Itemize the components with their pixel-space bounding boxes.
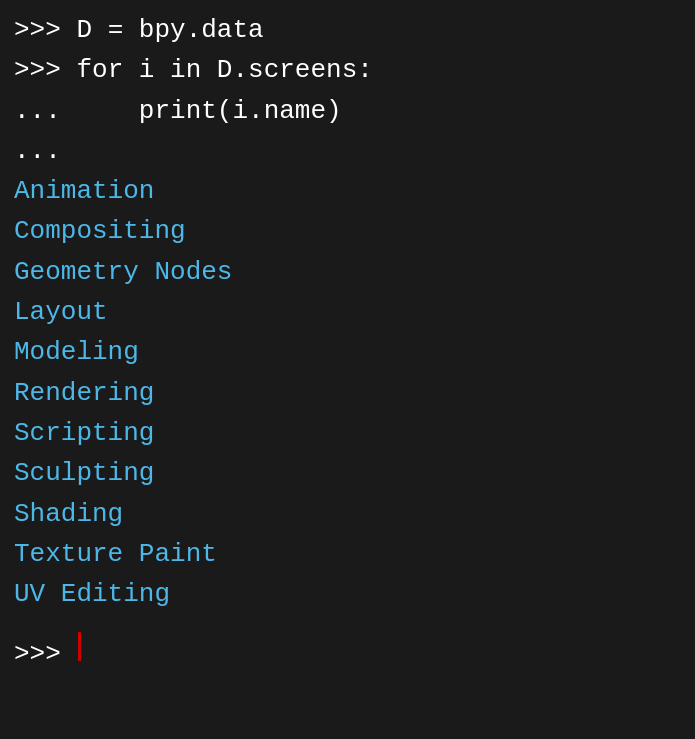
prompt-2: >>> [14, 50, 76, 90]
code-line-1: >>> D = bpy.data [14, 10, 681, 50]
output-line-texture-paint: Texture Paint [14, 534, 681, 574]
prompt-1: >>> [14, 10, 76, 50]
output-line-shading: Shading [14, 494, 681, 534]
output-line-rendering: Rendering [14, 373, 681, 413]
continuation-prompt: ... [14, 91, 139, 131]
dots-line: ... [14, 131, 681, 171]
output-line-compositing: Compositing [14, 211, 681, 251]
cursor [78, 632, 81, 661]
output-line-modeling: Modeling [14, 332, 681, 372]
output-rendering: Rendering [14, 373, 154, 413]
output-uv-editing: UV Editing [14, 574, 170, 614]
output-compositing: Compositing [14, 211, 186, 251]
output-line-geometry-nodes: Geometry Nodes [14, 252, 681, 292]
spacer [14, 614, 681, 624]
code-line-2: >>> for i in D.screens: [14, 50, 681, 90]
output-geometry-nodes: Geometry Nodes [14, 252, 232, 292]
output-modeling: Modeling [14, 332, 139, 372]
output-line-sculpting: Sculpting [14, 453, 681, 493]
active-input-line[interactable]: >>> [14, 632, 681, 674]
output-line-layout: Layout [14, 292, 681, 332]
output-line-animation: Animation [14, 171, 681, 211]
active-prompt: >>> [14, 634, 76, 674]
output-texture-paint: Texture Paint [14, 534, 217, 574]
output-scripting: Scripting [14, 413, 154, 453]
output-animation: Animation [14, 171, 154, 211]
code-1: D = bpy.data [76, 10, 263, 50]
output-shading: Shading [14, 494, 123, 534]
code-line-3: ... print(i.name) [14, 91, 681, 131]
output-line-uv-editing: UV Editing [14, 574, 681, 614]
dots-output: ... [14, 131, 61, 171]
code-3: print(i.name) [139, 91, 342, 131]
output-sculpting: Sculpting [14, 453, 154, 493]
code-2: for i in D.screens: [76, 50, 372, 90]
output-layout: Layout [14, 292, 108, 332]
terminal: >>> D = bpy.data >>> for i in D.screens:… [14, 10, 681, 729]
output-line-scripting: Scripting [14, 413, 681, 453]
